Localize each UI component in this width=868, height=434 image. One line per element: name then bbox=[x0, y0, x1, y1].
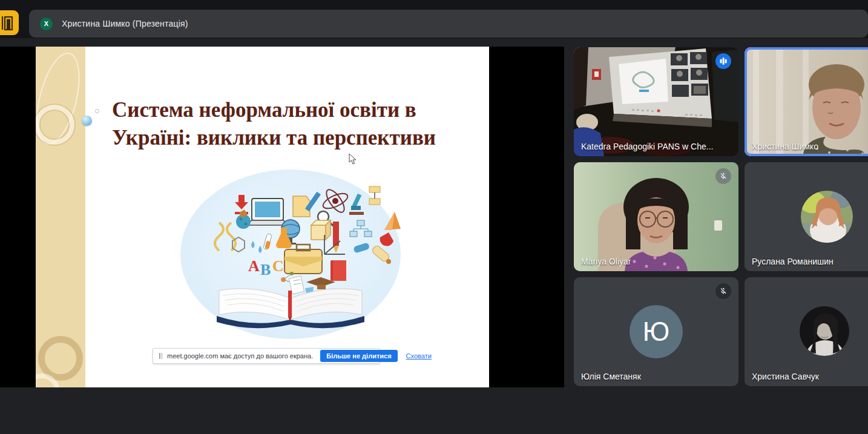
letter-avatar: Ю bbox=[630, 305, 683, 358]
participant-name: Христина Савчук bbox=[752, 372, 819, 381]
education-illustration: A B C E=mc² bbox=[180, 169, 401, 339]
participant-name: Mariya Oliyar bbox=[581, 257, 631, 266]
svg-text:B: B bbox=[260, 261, 271, 278]
participant-name: Katedra Pedagogiki PANS w Che... bbox=[581, 142, 713, 151]
audio-level-icon bbox=[715, 53, 731, 69]
app-icon[interactable] bbox=[0, 10, 19, 35]
bullet-sphere bbox=[82, 116, 92, 126]
mic-off-icon bbox=[715, 168, 731, 184]
svg-text:C: C bbox=[272, 257, 284, 275]
meet-control-bar: uoa-eoxh-ejg bbox=[0, 387, 868, 434]
participant-tile-ruslana-romanyshyn[interactable]: Руслана Романишин bbox=[745, 162, 868, 271]
cursor-arrow bbox=[349, 153, 357, 165]
banner-message: meet.google.com має доступ до вашого екр… bbox=[167, 352, 313, 360]
tab-favicon: X bbox=[40, 18, 53, 30]
participant-tile-khrystyna-shymko[interactable]: Христина Шимко bbox=[745, 47, 868, 156]
mic-off-icon bbox=[715, 283, 731, 299]
slide-title: Система неформальної освіти в Україні: в… bbox=[112, 96, 463, 152]
participant-name: Юлія Сметаняк bbox=[581, 372, 641, 381]
slide-side-decoration bbox=[36, 47, 85, 387]
participant-tile-khrystyna-savchuk[interactable]: Христина Савчук bbox=[745, 277, 868, 386]
participant-tile-yuliya-smetanyak[interactable]: Ю Юлія Сметаняк bbox=[574, 277, 738, 386]
presentation-stage: Система неформальної освіти в Україні: в… bbox=[0, 47, 564, 387]
participant-tile-katedra[interactable]: Katedra Pedagogiki PANS w Che... bbox=[574, 47, 738, 156]
participant-name: Руслана Романишин bbox=[752, 257, 833, 266]
browser-tab[interactable]: X Христина Шимко (Презентація) bbox=[29, 10, 868, 38]
classroom-video bbox=[574, 47, 738, 156]
participants-grid: Katedra Pedagogiki PANS w Che... bbox=[574, 47, 868, 387]
hide-banner-link[interactable]: Сховати bbox=[406, 352, 432, 360]
banner-grip-icon bbox=[159, 353, 162, 359]
participant-tile-mariya-oliyar[interactable]: Mariya Oliyar bbox=[574, 162, 738, 271]
tab-title: Христина Шимко (Презентація) bbox=[62, 19, 188, 28]
photo-avatar bbox=[745, 277, 868, 386]
browser-tab-bar: X Христина Шимко (Презентація) bbox=[0, 0, 868, 38]
photo-avatar bbox=[745, 162, 868, 271]
screen-share-banner: meet.google.com має доступ до вашого екр… bbox=[153, 348, 380, 364]
speaker-video bbox=[745, 47, 868, 156]
svg-text:A: A bbox=[248, 257, 260, 275]
bullet-dot bbox=[95, 109, 99, 113]
door-icon bbox=[0, 15, 15, 31]
stop-sharing-button[interactable]: Більше не ділитися bbox=[320, 350, 397, 362]
slide-title-line1: Система неформальної освіти в bbox=[112, 98, 416, 122]
shared-slide: Система неформальної освіти в Україні: в… bbox=[36, 47, 489, 387]
participant-video bbox=[574, 162, 738, 271]
meet-window: X Христина Шимко (Презентація) Система н… bbox=[0, 0, 868, 434]
slide-title-line2: Україні: виклики та перспективи bbox=[112, 126, 436, 150]
participant-name: Христина Шимко bbox=[752, 142, 818, 151]
